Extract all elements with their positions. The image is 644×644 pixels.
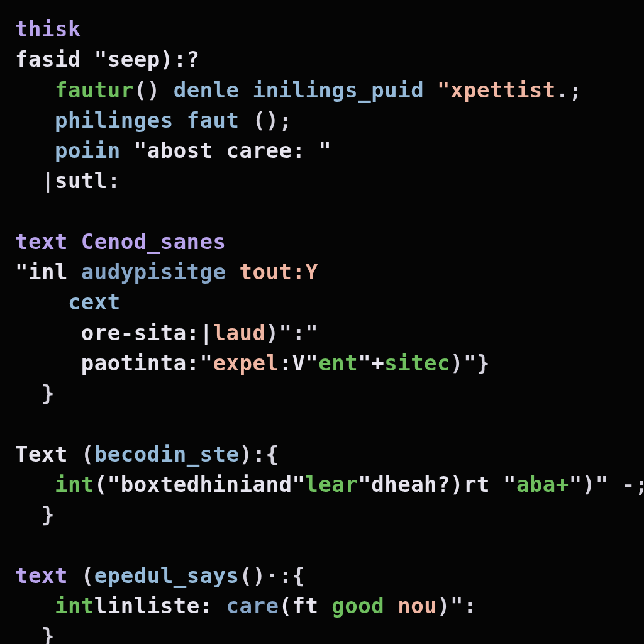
ident: tout:Y (226, 259, 319, 284)
ident: audypisitge (68, 259, 226, 284)
code-line: fautur() denle inilings_puid "xpettist.; (15, 77, 582, 103)
text: "+ (358, 350, 384, 375)
code-line: } (15, 502, 55, 527)
keyword: text (15, 563, 68, 588)
code-line: Text (becodin_ste):{ (15, 441, 279, 467)
punct: (); (240, 108, 292, 133)
string: "xpettist (424, 77, 556, 103)
ident: philinges (55, 108, 174, 133)
string: "dheah?)rt " (358, 472, 516, 497)
punct: )": (437, 593, 477, 618)
text: linliste: (94, 593, 226, 618)
text: :V" (279, 350, 318, 375)
punct: ")" -;, (569, 472, 644, 497)
function: epedul_says (94, 563, 240, 588)
ident: fasid (15, 47, 81, 72)
function: int (55, 472, 94, 497)
punct: .; (556, 77, 582, 103)
code-line: cext (15, 289, 121, 314)
code-line: text (epedul_says()·:{ (15, 563, 305, 588)
punct: )":" (265, 320, 318, 345)
keyword: thisk (15, 16, 81, 42)
indent (15, 289, 68, 314)
code-line: |sutl: (15, 168, 121, 193)
keyword: Text (15, 441, 68, 467)
indent (15, 472, 55, 497)
code-line: } (15, 623, 55, 644)
text: paotinta:" (15, 350, 213, 375)
brace: } (15, 502, 55, 527)
function: fautur (55, 77, 134, 103)
code-line: text Cenod_sanes (15, 229, 226, 254)
code-editor[interactable]: thisk fasid "seep):? fautur() denle inil… (0, 0, 644, 644)
ident: Cenod_sanes (68, 229, 226, 254)
punct: ):{ (240, 441, 279, 467)
punct: ( (68, 563, 94, 588)
code-line: fasid "seep):? (15, 47, 200, 72)
code-line: } (15, 380, 55, 406)
code-line: paotinta:"expel:V"ent"+sitec)"} (15, 350, 490, 375)
code-line: intlinliste: care(ft good nou)": (15, 593, 477, 618)
ident: becodin_ste (94, 441, 240, 467)
keyword: int (55, 593, 94, 618)
code-line: thisk (15, 16, 81, 42)
punct: : (108, 168, 121, 193)
text: ore-sita:| (15, 320, 213, 345)
string: "seep):? (81, 47, 200, 72)
ident: poiin (55, 138, 121, 163)
code-line: ore-sita:|laud)":" (15, 320, 318, 345)
ident: nou (384, 593, 437, 618)
punct: )"} (450, 350, 490, 375)
ident: inilings_puid (240, 77, 425, 103)
type: denle (160, 77, 240, 103)
keyword: text (15, 229, 68, 254)
ident: aba+ (516, 472, 569, 497)
ident: lear (305, 472, 358, 497)
punct: () (134, 77, 160, 103)
ident: ent (318, 350, 358, 375)
punct: ()·:{ (240, 563, 306, 588)
ident: sitec (384, 350, 450, 375)
punct: ( (68, 441, 94, 467)
ident: good (331, 593, 384, 618)
ident: faut (174, 108, 240, 133)
string: "abost caree: " (121, 138, 332, 163)
string: ("boxtedhiniand" (94, 472, 306, 497)
code-line: int("boxtedhiniand"lear"dheah?)rt "aba+"… (15, 472, 644, 497)
indent (15, 77, 55, 103)
text: (ft (279, 593, 331, 618)
ident: cext (68, 289, 121, 314)
function: care (226, 593, 279, 618)
code-line: poiin "abost caree: " (15, 138, 331, 163)
brace: } (15, 623, 55, 644)
string: "inl (15, 259, 68, 284)
ident: sutl (55, 168, 108, 193)
punct: | (15, 168, 55, 193)
indent (15, 108, 55, 133)
brace: } (15, 380, 55, 406)
code-line: philinges faut (); (15, 108, 292, 133)
ident: laud (213, 320, 266, 345)
ident: expel (213, 350, 279, 375)
code-line: "inl audypisitge tout:Y (15, 259, 318, 284)
indent (15, 138, 55, 163)
indent (15, 593, 55, 618)
